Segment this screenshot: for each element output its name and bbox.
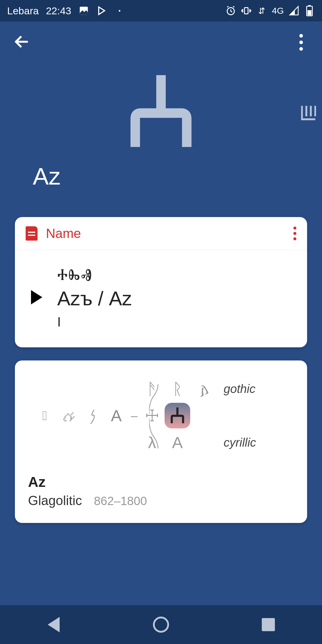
hero: Az [0, 63, 322, 208]
app-bar [0, 21, 322, 63]
name-glagolitic: ⰀⰈⰟ [57, 265, 132, 284]
name-latin: Azъ / Az [57, 287, 132, 310]
side-glyph [301, 105, 316, 123]
name-card: Name ⰀⰈⰟ Azъ / Az I [15, 217, 307, 347]
clock-label: 22:43 [46, 5, 71, 17]
card-title: Name [46, 226, 81, 241]
photos-icon [78, 5, 89, 16]
glyph-a: А [111, 406, 122, 425]
page-title: Az [30, 163, 292, 190]
evolution-name: Az [28, 474, 289, 490]
evolution-dates: 862–1800 [94, 494, 147, 508]
glyph-gothic-2: ᚱ [173, 380, 182, 398]
signal-icon [289, 5, 299, 16]
nav-home-button[interactable] [152, 616, 170, 634]
play-audio-button[interactable] [31, 290, 42, 304]
vibrate-icon [241, 5, 252, 16]
label-cyrillic: cyrillic [218, 436, 256, 449]
status-bar: Lebara 22:43 • ⇵ 4G [0, 0, 322, 21]
name-meaning: I [57, 313, 132, 329]
glyph-dash: – [131, 409, 137, 422]
carrier-label: Lebara [7, 5, 39, 17]
alarm-icon [225, 5, 236, 16]
hero-glyph [30, 75, 292, 151]
evolution-script: Glagolitic [28, 493, 82, 508]
navigation-bar [0, 605, 322, 644]
glyph-proto-1: ࠀ [61, 406, 77, 425]
play-icon [96, 5, 107, 16]
dot-icon: • [114, 5, 125, 16]
document-icon [26, 226, 38, 241]
glyph-gothic-3: 𐌰 [200, 379, 209, 398]
glyph-proto-2: 𐤍 [89, 406, 96, 425]
back-button[interactable] [12, 32, 31, 52]
svg-rect-5 [307, 10, 311, 15]
evolution-card[interactable]: ᚫ ᚱ 𐌰 gothic 𓃾 ࠀ 𐤍 А – ☩ [15, 360, 307, 523]
more-button[interactable] [292, 33, 310, 51]
network-label: 4G [272, 6, 284, 16]
glyph-cyr-2: А [172, 433, 183, 452]
card-header: Name [15, 217, 307, 250]
nav-recent-button[interactable] [259, 616, 277, 634]
nav-back-button[interactable] [45, 616, 63, 634]
card-more-button[interactable] [293, 227, 296, 240]
svg-rect-2 [244, 8, 248, 14]
battery-icon [304, 5, 315, 16]
evolution-diagram: ᚫ ᚱ 𐌰 gothic 𓃾 ࠀ 𐤍 А – ☩ [33, 375, 289, 456]
glyph-ox: 𓃾 [42, 408, 47, 423]
data-icon: ⇵ [256, 5, 267, 16]
label-gothic: gothic [218, 382, 256, 396]
svg-rect-4 [308, 5, 311, 6]
